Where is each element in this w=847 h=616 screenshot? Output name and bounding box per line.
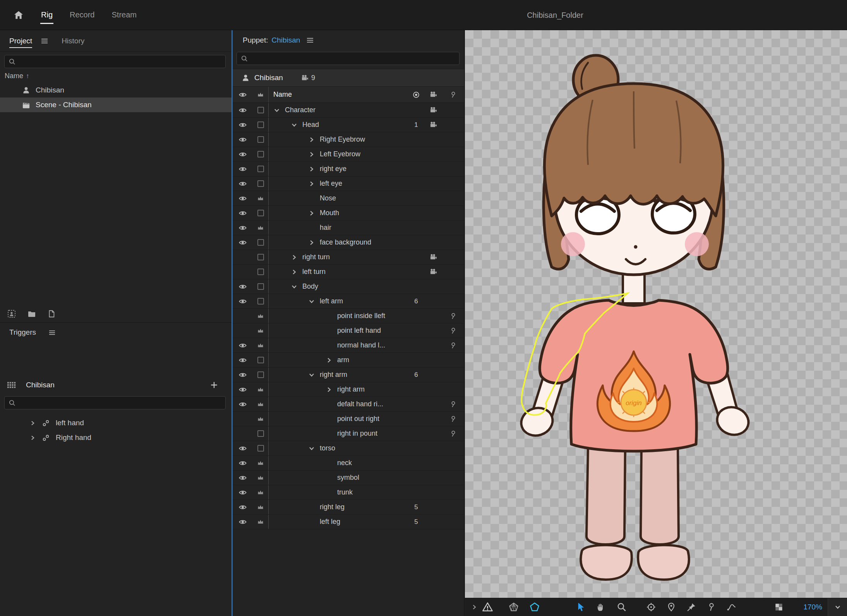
layer-camera-cell[interactable] xyxy=(424,294,442,308)
layer-row[interactable]: neck xyxy=(233,456,464,471)
layer-camera-cell[interactable] xyxy=(424,515,442,529)
layer-label[interactable]: left turn xyxy=(302,268,326,276)
layer-badge[interactable] xyxy=(253,456,268,470)
layer-label[interactable]: right arm xyxy=(320,371,347,379)
visibility-toggle[interactable] xyxy=(233,485,253,500)
visibility-toggle[interactable] xyxy=(233,147,253,161)
layer-handle-cell[interactable] xyxy=(442,353,464,367)
layer-handle-cell[interactable] xyxy=(442,221,464,235)
layer-badge[interactable] xyxy=(253,382,268,397)
expand-chevron[interactable] xyxy=(308,136,320,143)
layer-label[interactable]: neck xyxy=(337,459,352,467)
layer-badge[interactable] xyxy=(253,103,268,117)
triggers-search-input[interactable] xyxy=(19,399,221,407)
layer-row[interactable]: left eye xyxy=(233,176,464,191)
layer-camera-cell[interactable] xyxy=(424,471,442,485)
origin-handle-tool[interactable] xyxy=(646,602,656,612)
layer-camera-cell[interactable] xyxy=(424,500,442,514)
layer-label[interactable]: Nose xyxy=(320,194,336,202)
expand-chevron[interactable] xyxy=(326,386,337,393)
layer-badge[interactable] xyxy=(253,176,268,191)
visibility-toggle[interactable] xyxy=(233,103,253,117)
expand-chevron[interactable] xyxy=(291,121,302,128)
layer-handle-cell[interactable] xyxy=(442,118,464,132)
layer-label[interactable]: Character xyxy=(285,106,315,114)
layer-badge[interactable] xyxy=(253,265,268,279)
layer-label[interactable]: point out right xyxy=(337,415,379,423)
layer-badge[interactable] xyxy=(253,338,268,352)
layer-row[interactable]: trunk xyxy=(233,485,464,500)
layer-row[interactable]: right eye xyxy=(233,162,464,176)
expand-chevron[interactable] xyxy=(308,298,320,305)
expand-chevron[interactable] xyxy=(308,180,320,187)
selection-tool[interactable] xyxy=(576,602,586,613)
draggable-path-tool[interactable] xyxy=(727,602,737,612)
visibility-toggle[interactable] xyxy=(233,162,253,176)
visibility-column[interactable] xyxy=(233,87,253,103)
layer-handle-cell[interactable] xyxy=(442,500,464,514)
layer-label[interactable]: Left Eyebrow xyxy=(320,150,360,158)
visibility-toggle[interactable] xyxy=(233,368,253,382)
layer-camera-cell[interactable] xyxy=(424,103,442,117)
layer-camera-cell[interactable] xyxy=(424,221,442,235)
handle-column[interactable] xyxy=(442,87,464,103)
layer-handle-cell[interactable] xyxy=(442,294,464,308)
layer-label[interactable]: point inside lleft xyxy=(337,312,385,320)
new-item-button[interactable] xyxy=(47,310,56,318)
mode-tab[interactable]: Record xyxy=(70,0,94,30)
layer-handle-cell[interactable] xyxy=(442,485,464,500)
puppet-panel-menu-button[interactable] xyxy=(306,37,314,43)
visibility-toggle[interactable] xyxy=(233,500,253,514)
mode-tab[interactable]: Stream xyxy=(112,0,137,30)
dangle-handle-tool[interactable] xyxy=(706,602,717,612)
expand-chevron[interactable] xyxy=(291,254,302,261)
tab-project[interactable]: Project xyxy=(9,30,32,51)
layer-badge[interactable] xyxy=(253,412,268,426)
layer-row[interactable]: right arm xyxy=(233,382,464,397)
project-name-column-header[interactable]: Name ↑ xyxy=(5,72,29,80)
layer-handle-cell[interactable] xyxy=(442,426,464,441)
layer-row[interactable]: face background xyxy=(233,235,464,250)
show-outline-button[interactable] xyxy=(529,602,540,613)
layer-handle-cell[interactable] xyxy=(442,191,464,205)
visibility-toggle[interactable] xyxy=(233,118,253,132)
layer-row[interactable]: Left Eyebrow xyxy=(233,147,464,162)
layer-label[interactable]: defalt hand ri... xyxy=(337,400,383,408)
layer-row[interactable]: Right Eyebrow xyxy=(233,132,464,147)
layer-label[interactable]: right in pount xyxy=(337,429,377,438)
layer-handle-cell[interactable] xyxy=(442,441,464,455)
visibility-toggle[interactable] xyxy=(233,221,253,235)
layer-handle-cell[interactable] xyxy=(442,265,464,279)
visibility-toggle[interactable] xyxy=(233,191,253,205)
layer-handle-cell[interactable] xyxy=(442,206,464,220)
visibility-toggle[interactable] xyxy=(233,456,253,470)
layer-handle-cell[interactable] xyxy=(442,103,464,117)
layer-handle-cell[interactable] xyxy=(442,412,464,426)
trigger-row[interactable]: Right hand xyxy=(0,430,232,445)
hand-tool[interactable] xyxy=(596,602,606,612)
layer-badge[interactable] xyxy=(253,353,268,367)
visibility-toggle[interactable] xyxy=(233,441,253,455)
layer-row[interactable]: right leg 5 xyxy=(233,500,464,515)
layer-handle-cell[interactable] xyxy=(442,147,464,161)
layer-badge[interactable] xyxy=(253,485,268,500)
layer-label[interactable]: trunk xyxy=(337,488,353,496)
mode-tab[interactable]: Rig xyxy=(41,0,53,30)
zoom-level-dropdown[interactable] xyxy=(828,598,847,616)
layer-handle-cell[interactable] xyxy=(442,471,464,485)
layer-badge[interactable] xyxy=(253,132,268,147)
visibility-toggle[interactable] xyxy=(233,412,253,426)
stick-tool[interactable] xyxy=(686,602,696,612)
layer-badge[interactable] xyxy=(253,147,268,161)
puppet-name-link[interactable]: Chibisan xyxy=(272,36,300,44)
layer-badge[interactable] xyxy=(253,294,268,308)
layer-badge[interactable] xyxy=(253,250,268,264)
visibility-toggle[interactable] xyxy=(233,471,253,485)
layer-label[interactable]: Mouth xyxy=(320,209,339,217)
layer-row[interactable]: left arm 6 xyxy=(233,294,464,309)
layer-handle-cell[interactable] xyxy=(442,456,464,470)
puppet-root-row[interactable]: Chibisan 9 xyxy=(233,69,464,87)
layer-row[interactable]: left turn xyxy=(233,265,464,279)
visibility-toggle[interactable] xyxy=(233,250,253,264)
layer-row[interactable]: torso xyxy=(233,441,464,456)
